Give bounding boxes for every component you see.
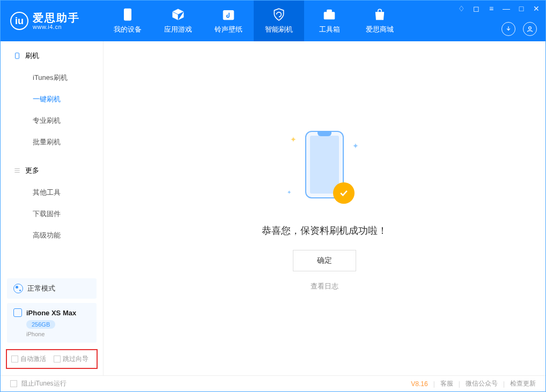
- shield-refresh-icon: [272, 8, 286, 21]
- nav-device-label: 我的设备: [114, 25, 142, 34]
- header-right-buttons: [501, 22, 537, 36]
- view-log-link[interactable]: 查看日志: [311, 282, 338, 290]
- sidebar-item-advanced[interactable]: 高级功能: [13, 225, 103, 246]
- nav-apps-label: 应用游戏: [164, 25, 192, 34]
- check-badge-icon: [333, 182, 355, 204]
- success-illustration: ✦ ✦ ✦: [271, 125, 378, 211]
- sidebar-item-download-firmware[interactable]: 下载固件: [13, 203, 103, 225]
- svg-point-4: [529, 27, 532, 29]
- sparkle-icon: ✦: [287, 189, 291, 195]
- nav-ringtones-label: 铃声壁纸: [215, 25, 242, 34]
- toolbox-icon: [322, 8, 336, 21]
- sidebar-item-oneclick-flash[interactable]: 一键刷机: [13, 88, 103, 110]
- footer: 阻止iTunes运行 V8.16 | 客服 | 微信公众号 | 检查更新: [1, 375, 545, 391]
- skip-guide-label: 跳过向导: [63, 354, 88, 364]
- status-icon: [13, 284, 23, 293]
- flash-options-box: 自动激活 跳过向导: [6, 349, 98, 369]
- device-capacity: 256GB: [26, 320, 55, 329]
- cube-icon: [171, 8, 185, 21]
- version-label: V8.16: [411, 380, 427, 388]
- support-link[interactable]: 客服: [440, 379, 453, 388]
- nav-toolbox[interactable]: 工具箱: [304, 1, 355, 41]
- box-icon[interactable]: ◻: [471, 4, 481, 13]
- sparkle-icon: ✦: [352, 142, 359, 150]
- top-nav: 我的设备 应用游戏 铃声壁纸 智能刷机 工具箱 爱思商城: [102, 1, 405, 41]
- device-type: iPhone: [26, 331, 90, 337]
- app-site: www.i4.cn: [33, 24, 80, 30]
- sparkle-icon: ✦: [290, 135, 297, 144]
- maximize-button[interactable]: □: [517, 4, 526, 13]
- phone-small-icon: [13, 308, 22, 317]
- stop-itunes-checkbox[interactable]: 阻止iTunes运行: [10, 379, 67, 388]
- auto-activate-checkbox[interactable]: 自动激活: [11, 354, 46, 364]
- sidebar-item-other-tools[interactable]: 其他工具: [13, 182, 103, 203]
- device-status-label: 正常模式: [27, 284, 55, 293]
- skip-guide-checkbox[interactable]: 跳过向导: [54, 354, 88, 364]
- user-button[interactable]: [523, 22, 537, 36]
- minimize-button[interactable]: —: [501, 4, 511, 13]
- nav-flash-label: 智能刷机: [265, 25, 293, 34]
- header: iu 爱思助手 www.i4.cn 我的设备 应用游戏 铃声壁纸 智能刷机 工具…: [1, 1, 545, 41]
- sidebar-section-flash: 刷机: [13, 51, 103, 61]
- sidebar-item-pro-flash[interactable]: 专业刷机: [13, 110, 103, 131]
- device-name: iPhone XS Max: [26, 309, 76, 317]
- success-message: 恭喜您，保资料刷机成功啦！: [262, 224, 387, 237]
- device-info-card[interactable]: iPhone XS Max 256GB iPhone: [7, 303, 97, 343]
- app-name: 爱思助手: [33, 12, 80, 24]
- sidebar-item-itunes-flash[interactable]: iTunes刷机: [13, 67, 103, 88]
- svg-rect-1: [223, 10, 234, 19]
- svg-rect-0: [124, 9, 131, 20]
- tshirt-icon[interactable]: ♢: [456, 4, 466, 13]
- nav-store[interactable]: 爱思商城: [355, 1, 405, 41]
- checkbox-icon: [10, 380, 17, 387]
- nav-toolbox-label: 工具箱: [319, 25, 340, 34]
- auto-activate-label: 自动激活: [20, 354, 46, 364]
- music-folder-icon: [222, 8, 235, 21]
- svg-rect-2: [324, 12, 335, 19]
- list-icon: [13, 167, 21, 174]
- download-button[interactable]: [501, 22, 515, 36]
- nav-store-label: 爱思商城: [366, 25, 394, 34]
- stop-itunes-label: 阻止iTunes运行: [21, 379, 67, 388]
- bag-icon: [373, 8, 387, 21]
- nav-flash[interactable]: 智能刷机: [254, 1, 304, 41]
- svg-rect-3: [327, 10, 332, 12]
- sidebar-item-batch-flash[interactable]: 批量刷机: [13, 131, 103, 153]
- phone-icon: [121, 8, 135, 21]
- device-status-card[interactable]: 正常模式: [7, 278, 97, 299]
- checkbox-icon: [11, 356, 18, 363]
- sidebar-section-more-title: 更多: [25, 166, 39, 175]
- logo-area: iu 爱思助手 www.i4.cn: [1, 1, 102, 41]
- logo-icon: iu: [10, 12, 28, 30]
- sidebar-section-flash-title: 刷机: [25, 51, 39, 61]
- sidebar: 刷机 iTunes刷机 一键刷机 专业刷机 批量刷机 更多 其他工具 下载固件 …: [1, 41, 104, 375]
- device-icon: [13, 52, 21, 60]
- wechat-link[interactable]: 微信公众号: [466, 379, 498, 388]
- nav-apps[interactable]: 应用游戏: [153, 1, 203, 41]
- close-button[interactable]: ✕: [532, 4, 541, 13]
- nav-ringtones[interactable]: 铃声壁纸: [203, 1, 254, 41]
- checkbox-icon: [54, 356, 61, 363]
- sidebar-section-more: 更多: [13, 166, 103, 175]
- nav-device[interactable]: 我的设备: [102, 1, 153, 41]
- svg-rect-5: [16, 53, 19, 59]
- check-update-link[interactable]: 检查更新: [510, 379, 536, 388]
- menu-icon[interactable]: ≡: [486, 4, 496, 13]
- main-content: ✦ ✦ ✦ 恭喜您，保资料刷机成功啦！ 确定 查看日志: [104, 41, 545, 375]
- window-controls: ♢ ◻ ≡ — □ ✕: [456, 4, 541, 13]
- ok-button[interactable]: 确定: [293, 250, 356, 271]
